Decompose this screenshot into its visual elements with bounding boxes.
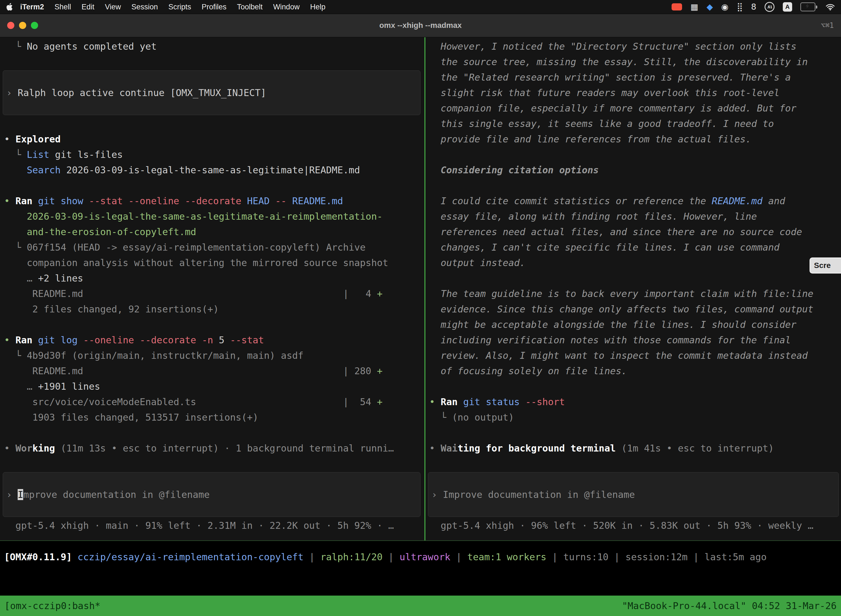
text-segment: › <box>6 87 18 98</box>
terminal-line: README.md | 280 + <box>4 363 424 378</box>
panel-line: › Improve documentation in @filename <box>6 487 210 502</box>
terminal-line: companion analysis without altering the … <box>4 255 424 270</box>
text-segment: README.md <box>292 195 343 207</box>
text-segment: 2026-03-09-is-legal-the-same-as-legitima… <box>4 211 382 222</box>
text-segment: • <box>4 443 15 454</box>
text-segment: cczip/essay/ai-reimplementation-copyleft <box>78 551 303 562</box>
waiting-status: • Waiting for background terminal (1m 41… <box>429 440 841 456</box>
text-segment: slight risk that future readers may over… <box>429 87 779 98</box>
window-grid-icon[interactable]: ▦ <box>690 3 698 11</box>
text-segment: the source tree, missing the essay. Stil… <box>429 56 807 67</box>
terminal-line: However, I noticed the "Directory Struct… <box>429 39 841 54</box>
menu-item-help[interactable]: Help <box>305 3 331 11</box>
text-segment: › <box>6 489 18 500</box>
text-segment: Ran <box>15 334 38 346</box>
text-segment: team:1 workers <box>467 551 547 562</box>
menu-item-window[interactable]: Window <box>268 3 305 11</box>
ran-git-status: • Ran git status --short <box>429 394 841 409</box>
terminal-line <box>4 54 424 70</box>
text-segment: › <box>432 489 443 500</box>
charging-bolt-icon <box>806 4 809 9</box>
text-segment: ting for background terminal <box>457 443 615 454</box>
menu-item-toolbelt[interactable]: Toolbelt <box>232 3 268 11</box>
panel-line: › Ralph loop active continue [OMX_TMUX_I… <box>6 85 266 100</box>
text-segment: gpt-5.4 xhigh · main · 91% left · 2.31M … <box>4 520 394 531</box>
text-segment: | <box>450 551 467 562</box>
terminal-line: 2026-03-09-is-legal-the-same-as-legitima… <box>4 209 424 224</box>
gauge-icon[interactable]: .61 <box>765 2 775 12</box>
terminal-line: the "Related research writing" section i… <box>429 70 841 85</box>
window-title-bar[interactable]: omx --xhigh --madmax ⌥⌘1 <box>0 14 841 37</box>
battery-nub <box>816 6 817 9</box>
text-segment: I <box>18 489 23 500</box>
dots-grid-icon[interactable]: ⣿ <box>737 3 743 11</box>
terminal-line <box>4 317 424 332</box>
text-segment: Wor <box>15 443 32 454</box>
right-terminal-pane[interactable]: However, I noticed the "Directory Struct… <box>425 37 841 540</box>
window-title: omx --xhigh --madmax <box>379 21 462 30</box>
ran-git-log: • Ran git log --oneline --decorate -n 5 … <box>4 332 424 348</box>
terminal-line: The team guideline is to back every impo… <box>429 286 841 301</box>
text-segment: references need actual files, and since … <box>429 226 802 238</box>
menu-item-view[interactable]: View <box>100 3 126 11</box>
text-segment: 5 <box>219 334 230 346</box>
prompt-input[interactable]: › Improve documentation in @filename <box>3 472 420 517</box>
text-segment: • <box>4 195 15 207</box>
left-terminal-pane[interactable]: └ No agents completed yet› Ralph loop ac… <box>0 37 424 540</box>
text-segment: 1903 files changed, 513517 insertions(+) <box>4 412 258 423</box>
text-segment: src/voice/voiceModeEnabled.ts <box>4 396 343 407</box>
text-segment: + <box>377 396 382 407</box>
terminal-line <box>4 116 424 131</box>
close-button[interactable] <box>7 22 14 29</box>
tmux-status-bar: [omx-cczip0:bash* "MacBook-Pro-44.local"… <box>0 595 841 616</box>
terminal-line: src/voice/voiceModeEnabled.ts | 54 + <box>4 394 424 409</box>
app-circle-icon[interactable]: ◉ <box>721 3 728 11</box>
working-status: • Working (11m 13s • esc to interrupt) ·… <box>4 440 424 456</box>
menu-item-scripts[interactable]: Scripts <box>163 3 196 11</box>
text-segment: git status <box>463 396 525 407</box>
stats-icon[interactable]: 8 <box>751 3 756 11</box>
text-segment: Ran <box>441 396 463 407</box>
input-source-icon[interactable]: A <box>783 2 792 12</box>
terminal-line <box>429 456 841 471</box>
text-segment: • <box>4 334 15 346</box>
text-segment: git show <box>38 195 89 207</box>
battery-icon[interactable] <box>800 3 817 11</box>
explored-search: Search 2026-03-09-is-legal-the-same-as-l… <box>4 162 424 178</box>
text-segment: might be acceptable alongside the file l… <box>429 319 797 330</box>
text-segment: changes, I can't cite specific file line… <box>429 242 779 253</box>
terminal-line <box>4 178 424 193</box>
minimize-button[interactable] <box>19 22 26 29</box>
terminal-line: references need actual files, and since … <box>429 224 841 239</box>
text-segment: (11m 13s • esc to interrupt) · 1 backgro… <box>55 443 394 454</box>
menu-item-edit[interactable]: Edit <box>76 3 100 11</box>
text-segment: 2026-03-09-is-legal-the-same-as-legitima… <box>61 164 360 176</box>
text-segment: However, I noticed the "Directory Struct… <box>429 41 797 52</box>
text-segment: | 54 <box>343 396 377 407</box>
text-segment: git log <box>38 334 84 346</box>
text-segment: the "Related research writing" section i… <box>429 72 791 83</box>
apple-logo-icon <box>6 3 13 11</box>
omx-status-line: [OMX#0.11.9] cczip/essay/ai-reimplementa… <box>4 549 841 565</box>
zoom-button[interactable] <box>31 22 38 29</box>
wifi-icon[interactable] <box>826 3 835 10</box>
menu-item-session[interactable]: Session <box>126 3 163 11</box>
terminal-line: and-the-erosion-of-copyleft.md <box>4 224 424 239</box>
prompt-input[interactable]: › Improve documentation in @filename <box>428 472 839 517</box>
menu-item-shell[interactable]: Shell <box>49 3 76 11</box>
text-segment: Ran <box>15 195 38 207</box>
raycast-icon[interactable]: ◆ <box>707 3 713 11</box>
terminal-line <box>429 270 841 286</box>
text-segment: Explored <box>15 133 61 145</box>
terminal-line: evidence. Since this change only affects… <box>429 301 841 317</box>
text-segment <box>4 164 27 176</box>
menu-item-iterm2[interactable]: iTerm2 <box>15 3 49 11</box>
screen-recording-icon[interactable] <box>672 3 682 10</box>
text-segment: essay file, along with finding root file… <box>429 211 757 222</box>
apple-menu-icon[interactable] <box>6 3 13 11</box>
menu-item-profiles[interactable]: Profiles <box>196 3 232 11</box>
text-segment: --short <box>525 396 565 407</box>
text-segment: • <box>429 396 441 407</box>
terminal-line: companion file, especially if more comme… <box>429 100 841 116</box>
text-segment: review. Also, I might want to inspect th… <box>429 350 807 361</box>
